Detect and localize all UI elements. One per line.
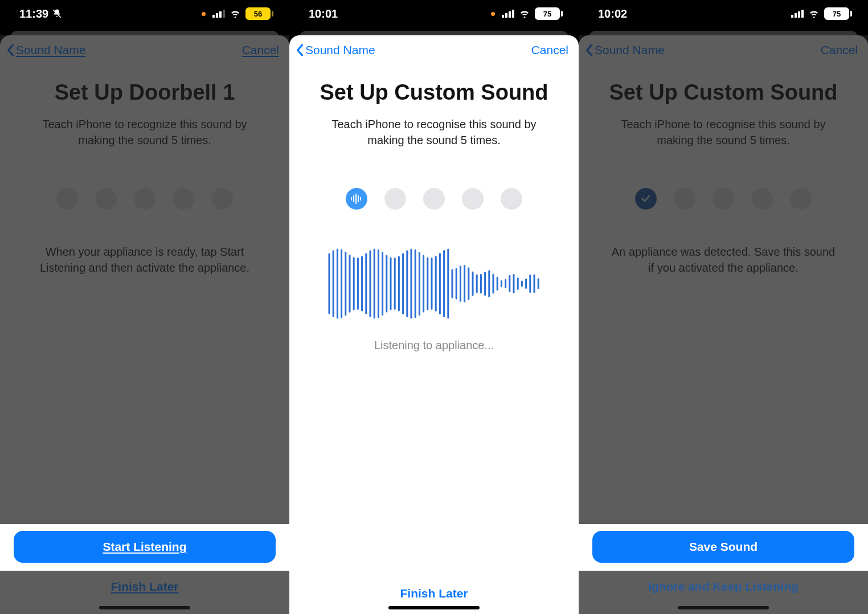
back-button[interactable]: Sound Name	[295, 43, 375, 57]
phone-screen-3: 10:02 75 Sound Name	[579, 0, 868, 614]
progress-dot	[501, 188, 522, 210]
progress-dot	[423, 188, 445, 210]
battery-icon: 75	[824, 7, 852, 20]
start-listening-button[interactable]: Start Listening	[14, 531, 276, 563]
page-title: Set Up Custom Sound	[609, 80, 837, 106]
status-bar: 11:39 56	[0, 0, 289, 27]
recording-dot-icon	[491, 12, 495, 16]
progress-dot	[56, 188, 78, 210]
progress-dot	[173, 188, 194, 210]
page-subtitle: Teach iPhone to recognise this sound by …	[615, 116, 832, 148]
sound-wave-icon	[350, 194, 363, 204]
status-time: 11:39	[19, 7, 48, 21]
chevron-left-icon	[6, 44, 15, 56]
svg-rect-7	[509, 11, 511, 18]
checkmark-icon	[640, 193, 652, 204]
finish-later-button[interactable]: Finish Later	[303, 579, 565, 608]
chevron-left-icon	[295, 44, 304, 56]
page-subtitle: Teach iPhone to recognize this sound by …	[36, 116, 253, 148]
progress-dot	[674, 188, 695, 210]
progress-dots	[346, 188, 522, 210]
progress-dot	[95, 188, 117, 210]
wifi-icon	[519, 10, 530, 18]
phone-screen-1: 11:39 56	[0, 0, 289, 614]
ignore-keep-listening-button[interactable]: Ignore and Keep Listening	[648, 572, 799, 601]
home-indicator	[388, 606, 480, 609]
wifi-icon	[808, 10, 820, 18]
progress-dot	[462, 188, 484, 210]
svg-rect-66	[791, 15, 793, 18]
phone-screen-2: 10:01 75 Sound Name	[289, 0, 579, 614]
home-indicator	[99, 606, 190, 609]
save-sound-button[interactable]: Save Sound	[592, 531, 854, 563]
detection-text: An appliance was detected. Save this sou…	[609, 244, 837, 276]
recording-dot-icon	[202, 12, 206, 16]
progress-dot	[134, 188, 155, 210]
instruction-text: When your appliance is ready, tap Start …	[31, 244, 259, 276]
page-title: Set Up Custom Sound	[320, 80, 548, 106]
page-title: Set Up Doorbell 1	[55, 80, 235, 106]
progress-dot	[713, 188, 734, 210]
status-bar: 10:02 75	[579, 0, 868, 27]
svg-rect-3	[219, 11, 222, 18]
finish-later-button[interactable]: Finish Later	[110, 572, 178, 601]
progress-dot-complete	[635, 188, 657, 210]
svg-rect-2	[216, 13, 218, 18]
cancel-button[interactable]: Cancel	[531, 43, 568, 57]
svg-rect-67	[795, 13, 797, 18]
back-button[interactable]: Sound Name	[6, 43, 86, 57]
progress-dot	[751, 188, 773, 210]
progress-dot	[384, 188, 406, 210]
progress-dot	[790, 188, 812, 210]
battery-icon: 75	[535, 7, 563, 20]
progress-dot-active	[346, 188, 367, 210]
page-subtitle: Teach iPhone to recognise this sound by …	[326, 116, 542, 148]
cellular-icon	[212, 10, 225, 18]
back-label: Sound Name	[595, 43, 665, 57]
cancel-button[interactable]: Cancel	[821, 43, 858, 57]
svg-rect-8	[512, 10, 514, 18]
back-label: Sound Name	[305, 43, 375, 57]
modal-sheet: Sound Name Cancel Set Up Custom Sound Te…	[579, 35, 868, 614]
silent-bell-icon	[52, 9, 62, 19]
modal-sheet: Sound Name Cancel Set Up Custom Sound Te…	[289, 35, 579, 614]
svg-rect-5	[502, 15, 504, 18]
progress-dots	[56, 188, 233, 210]
chevron-left-icon	[584, 44, 593, 56]
svg-rect-68	[798, 11, 800, 18]
modal-sheet: Sound Name Cancel Set Up Doorbell 1 Teac…	[0, 35, 289, 614]
battery-icon: 56	[245, 7, 273, 20]
svg-rect-4	[223, 10, 225, 18]
highlight-region: Save Sound	[579, 524, 868, 571]
status-time: 10:01	[309, 7, 338, 21]
status-time: 10:02	[598, 7, 627, 21]
wifi-icon	[230, 10, 241, 18]
listening-status: Listening to appliance...	[374, 337, 494, 353]
highlight-region: Start Listening	[0, 524, 289, 571]
audio-waveform	[326, 244, 542, 324]
cancel-button[interactable]: Cancel	[242, 43, 279, 57]
svg-rect-6	[505, 13, 507, 18]
status-bar: 10:01 75	[289, 0, 579, 27]
back-button[interactable]: Sound Name	[584, 43, 665, 57]
progress-dot	[211, 188, 233, 210]
svg-rect-69	[801, 10, 804, 18]
progress-dots	[635, 188, 812, 210]
back-label: Sound Name	[16, 43, 86, 57]
home-indicator	[678, 606, 769, 609]
cellular-icon	[791, 10, 804, 18]
svg-rect-1	[212, 15, 215, 18]
cellular-icon	[502, 10, 514, 18]
